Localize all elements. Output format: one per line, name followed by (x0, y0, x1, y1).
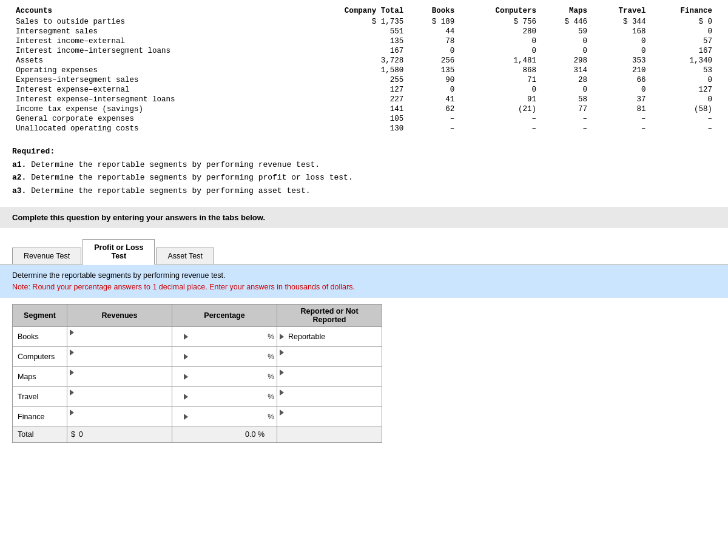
input-arrow-icon (70, 349, 74, 356)
financial-table: Accounts Company Total Books Computers M… (12, 6, 716, 133)
financial-data-section: Accounts Company Total Books Computers M… (0, 0, 728, 140)
table-cell: 210 (591, 66, 650, 75)
input-arrow-icon (280, 369, 284, 376)
table-cell: $ 189 (407, 17, 458, 27)
table-cell: 71 (458, 75, 540, 85)
percentage-input[interactable] (190, 393, 274, 401)
table-cell: General corporate expenses (12, 114, 294, 124)
table-cell: 0 (591, 36, 650, 46)
table-cell: 0 (650, 75, 716, 85)
table-cell: Intersegment sales (12, 27, 294, 36)
reported-cell[interactable]: Reportable (277, 326, 382, 346)
table-row: Computers% (13, 346, 382, 366)
table-cell: 868 (458, 66, 540, 75)
input-arrow-icon (70, 390, 74, 396)
percentage-input[interactable] (190, 353, 274, 361)
complete-section: Complete this question by entering your … (0, 207, 728, 228)
table-cell: 256 (407, 56, 458, 66)
table-cell: (58) (650, 104, 716, 114)
required-heading: Required: (12, 147, 55, 156)
input-arrow-icon (280, 349, 284, 356)
books-header: Books (407, 6, 458, 17)
percentage-input[interactable] (190, 373, 274, 381)
percentage-cell[interactable]: % (172, 326, 277, 346)
revenues-cell[interactable] (67, 407, 172, 427)
table-cell: Expenses–intersegment sales (12, 75, 294, 85)
revenues-cell[interactable] (67, 366, 172, 386)
table-cell: 41 (407, 95, 458, 104)
percentage-cell[interactable]: % (172, 346, 277, 366)
info-line1: Determine the reportable segments by per… (12, 270, 716, 282)
tab-profit-loss-test[interactable]: Profit or LossTest (83, 239, 155, 265)
table-cell: – (407, 124, 458, 133)
input-arrow-icon (70, 369, 74, 376)
a1-label: a1. (12, 160, 26, 169)
table-cell: 0 (540, 85, 591, 95)
tabs-container: Revenue Test Profit or LossTest Asset Te… (0, 234, 728, 265)
table-cell: $ 0 (650, 17, 716, 27)
reported-input[interactable] (280, 377, 379, 385)
revenues-input[interactable] (70, 397, 169, 405)
segment-name: Travel (13, 386, 67, 407)
answer-table-section: Segment Revenues Percentage Reported or … (0, 298, 728, 449)
reported-value: Reportable (286, 332, 325, 341)
table-cell: 77 (540, 104, 591, 114)
table-cell: 3,728 (294, 56, 407, 66)
table-cell: – (591, 114, 650, 124)
total-percentage: 0.0 % (172, 427, 277, 442)
reported-input[interactable] (280, 417, 379, 425)
total-row: Total$0.0 % (13, 427, 382, 442)
table-cell: – (540, 124, 591, 133)
tab-asset-test[interactable]: Asset Test (156, 248, 214, 264)
a2-label: a2. (12, 173, 26, 182)
segment-name: Books (13, 326, 67, 346)
revenues-input[interactable] (70, 417, 169, 425)
table-cell: 0 (458, 85, 540, 95)
total-revenues-input[interactable] (78, 430, 114, 439)
table-row: Travel% (13, 386, 382, 407)
a1-text: Determine the reportable segments by per… (26, 160, 320, 169)
table-cell: 28 (540, 75, 591, 85)
table-cell: 280 (458, 27, 540, 36)
table-cell: – (650, 114, 716, 124)
table-cell: $ 756 (458, 17, 540, 27)
table-cell: $ 446 (540, 17, 591, 27)
revenues-cell[interactable] (67, 346, 172, 366)
reported-input[interactable] (280, 397, 379, 405)
reported-cell[interactable] (277, 407, 382, 427)
reported-cell[interactable] (277, 346, 382, 366)
percentage-input[interactable] (190, 413, 274, 421)
table-cell: 551 (294, 27, 407, 36)
table-cell: 59 (540, 27, 591, 36)
table-cell: $ 344 (591, 17, 650, 27)
revenues-cell[interactable] (67, 386, 172, 407)
table-cell: 0 (591, 46, 650, 56)
percentage-cell[interactable]: % (172, 386, 277, 407)
reported-input[interactable] (280, 357, 379, 365)
percentage-cell[interactable]: % (172, 407, 277, 427)
revenues-cell[interactable] (67, 326, 172, 346)
maps-header: Maps (540, 6, 591, 17)
info-banner: Determine the reportable segments by per… (0, 265, 728, 298)
revenues-input[interactable] (70, 357, 169, 365)
reported-cell[interactable] (277, 366, 382, 386)
input-arrow-icon (184, 334, 188, 340)
reported-cell[interactable] (277, 386, 382, 407)
table-cell: 314 (540, 66, 591, 75)
table-cell: – (458, 124, 540, 133)
table-cell: 0 (591, 85, 650, 95)
table-cell: – (540, 114, 591, 124)
table-cell: 58 (540, 95, 591, 104)
tab-revenue-test[interactable]: Revenue Test (12, 248, 81, 264)
segment-name: Computers (13, 346, 67, 366)
info-line2: Note: Round your percentage answers to 1… (12, 282, 716, 293)
input-arrow-icon (70, 410, 74, 416)
table-cell: 44 (407, 27, 458, 36)
revenues-input[interactable] (70, 377, 169, 385)
percentage-input[interactable] (190, 332, 274, 341)
table-cell: – (650, 124, 716, 133)
table-cell: – (458, 114, 540, 124)
revenues-input[interactable] (70, 337, 169, 345)
percentage-cell[interactable]: % (172, 366, 277, 386)
table-cell: 81 (591, 104, 650, 114)
